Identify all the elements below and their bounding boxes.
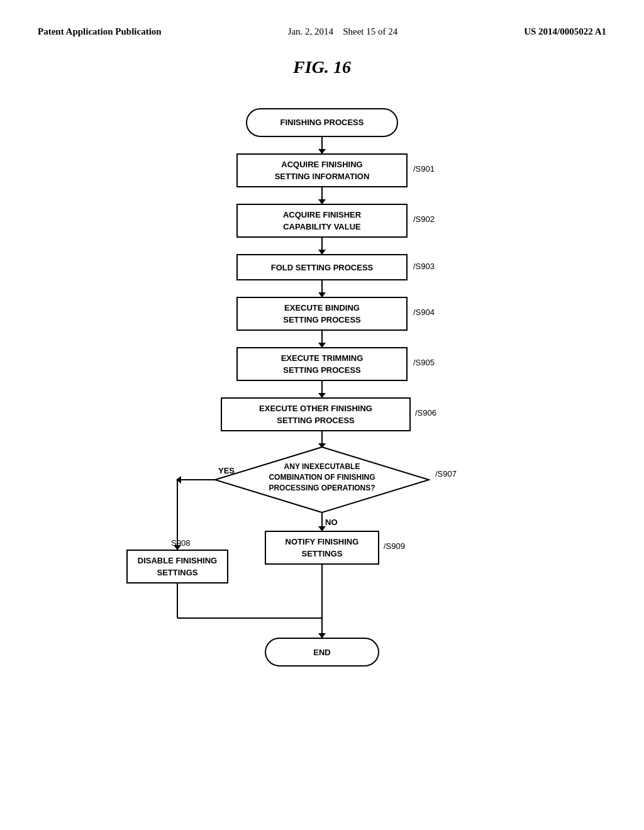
svg-rect-4 (237, 154, 407, 187)
svg-text:END: END (313, 648, 330, 657)
svg-rect-10 (237, 204, 407, 237)
svg-text:NO: NO (325, 517, 338, 527)
patent-number: US 2014/0005022 A1 (524, 25, 606, 38)
svg-text:S908: S908 (171, 538, 190, 548)
date-sheet: Jan. 2, 2014 Sheet 15 of 24 (288, 25, 398, 38)
svg-rect-21 (237, 297, 407, 330)
svg-marker-20 (318, 292, 326, 297)
svg-text:SETTING PROCESS: SETTING PROCESS (283, 315, 361, 324)
svg-text:EXECUTE BINDING: EXECUTE BINDING (284, 303, 360, 313)
svg-text:DISABLE FINISHING: DISABLE FINISHING (138, 556, 217, 565)
svg-marker-9 (318, 199, 326, 204)
svg-marker-3 (318, 149, 326, 154)
svg-text:/S903: /S903 (413, 262, 435, 271)
svg-text:/S909: /S909 (384, 541, 405, 551)
svg-text:SETTING PROCESS: SETTING PROCESS (283, 365, 361, 375)
svg-text:PROCESSING OPERATIONS?: PROCESSING OPERATIONS? (269, 484, 375, 492)
date: Jan. 2, 2014 (288, 26, 334, 36)
svg-text:EXECUTE OTHER FINISHING: EXECUTE OTHER FINISHING (259, 404, 372, 413)
svg-text:/S905: /S905 (413, 358, 435, 367)
svg-text:COMBINATION OF FINISHING: COMBINATION OF FINISHING (269, 473, 375, 482)
svg-text:YES: YES (218, 466, 235, 475)
figure-title: FIG. 16 (38, 57, 606, 77)
svg-marker-26 (318, 343, 326, 348)
sheet: Sheet 15 of 24 (343, 26, 397, 36)
svg-text:NOTIFY FINISHING: NOTIFY FINISHING (286, 537, 359, 546)
svg-text:/S902: /S902 (413, 214, 435, 224)
svg-rect-49 (127, 550, 228, 583)
svg-rect-33 (221, 398, 410, 431)
svg-text:/S901: /S901 (413, 164, 435, 174)
svg-marker-15 (318, 250, 326, 255)
flowchart-svg: FINISHING PROCESS ACQUIRE FINISHING SETT… (102, 102, 542, 719)
svg-text:/S904: /S904 (413, 307, 435, 317)
svg-marker-32 (318, 393, 326, 398)
svg-marker-54 (318, 526, 326, 531)
svg-text:EXECUTE TRIMMING: EXECUTE TRIMMING (281, 353, 364, 363)
svg-text:ACQUIRE FINISHING: ACQUIRE FINISHING (281, 160, 362, 169)
page-header: Patent Application Publication Jan. 2, 2… (38, 25, 606, 38)
svg-rect-56 (265, 531, 379, 564)
svg-rect-27 (237, 348, 407, 380)
svg-text:SETTING PROCESS: SETTING PROCESS (277, 416, 355, 425)
svg-text:SETTINGS: SETTINGS (301, 549, 342, 558)
svg-text:FINISHING PROCESS: FINISHING PROCESS (280, 118, 364, 127)
page: Patent Application Publication Jan. 2, 2… (0, 0, 644, 830)
svg-text:/S906: /S906 (415, 408, 436, 418)
svg-text:CAPABILITY VALUE: CAPABILITY VALUE (283, 222, 361, 231)
svg-text:ACQUIRE FINISHER: ACQUIRE FINISHER (283, 210, 362, 219)
svg-text:ANY INEXECUTABLE: ANY INEXECUTABLE (284, 462, 360, 471)
svg-text:FOLD SETTING PROCESS: FOLD SETTING PROCESS (271, 263, 374, 272)
publication-label: Patent Application Publication (38, 25, 162, 38)
svg-text:SETTING INFORMATION: SETTING INFORMATION (275, 172, 370, 181)
svg-text:SETTINGS: SETTINGS (157, 568, 197, 577)
svg-marker-64 (318, 633, 326, 638)
svg-text:/S907: /S907 (435, 469, 457, 479)
